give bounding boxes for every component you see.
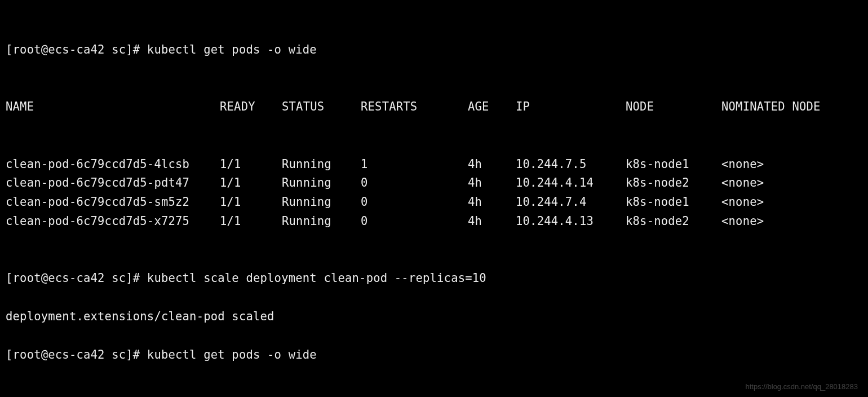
pod-restarts: 1 xyxy=(361,155,468,174)
command-text: kubectl get pods -o wide xyxy=(147,41,317,60)
pod-name: clean-pod-6c79ccd7d5-pdt47 xyxy=(6,174,220,193)
pod-ready: 1/1 xyxy=(220,212,282,231)
pod-ip: 10.244.7.4 xyxy=(516,193,626,212)
pod-age: 4h xyxy=(468,155,516,174)
shell-prompt: [root@ecs-ca42 sc]# xyxy=(6,346,147,365)
pod-status: Running xyxy=(282,174,361,193)
pod-ip: 10.244.4.14 xyxy=(516,174,626,193)
table-row: clean-pod-6c79ccd7d5-pdt471/1Running04h1… xyxy=(6,174,862,193)
watermark: https://blog.csdn.net/qq_28018283 xyxy=(746,381,858,392)
pod-ready: 1/1 xyxy=(220,174,282,193)
pod-ip: 10.244.7.5 xyxy=(516,155,626,174)
pod-ready: 1/1 xyxy=(220,193,282,212)
col-name: NAME xyxy=(6,98,220,117)
pod-nominated-node: <none> xyxy=(721,155,764,174)
pod-name: clean-pod-6c79ccd7d5-x7275 xyxy=(6,212,220,231)
pod-node: k8s-node1 xyxy=(626,155,721,174)
pod-restarts: 0 xyxy=(361,212,468,231)
pod-status: Running xyxy=(282,155,361,174)
col-status: STATUS xyxy=(282,98,361,117)
col-ip: IP xyxy=(516,98,626,117)
shell-prompt: [root@ecs-ca42 sc]# xyxy=(6,269,147,288)
cmd-line-2: [root@ecs-ca42 sc]# kubectl scale deploy… xyxy=(6,269,862,288)
pod-node: k8s-node2 xyxy=(626,174,721,193)
pod-ready: 1/1 xyxy=(220,155,282,174)
cmd-line-1: [root@ecs-ca42 sc]# kubectl get pods -o … xyxy=(6,41,862,60)
pod-age: 4h xyxy=(468,174,516,193)
col-nominated: NOMINATED NODE xyxy=(721,98,821,117)
pod-age: 4h xyxy=(468,212,516,231)
col-age: AGE xyxy=(468,98,516,117)
pod-nominated-node: <none> xyxy=(721,212,764,231)
pod-status: Running xyxy=(282,212,361,231)
shell-prompt: [root@ecs-ca42 sc]# xyxy=(6,41,147,60)
pod-status: Running xyxy=(282,193,361,212)
table-header: NAME READY STATUS RESTARTS AGE IP NODE N… xyxy=(6,98,862,117)
pods-table-1: clean-pod-6c79ccd7d5-4lcsb1/1Running14h1… xyxy=(6,155,862,231)
pod-age: 4h xyxy=(468,193,516,212)
pod-name: clean-pod-6c79ccd7d5-sm5z2 xyxy=(6,193,220,212)
col-restarts: RESTARTS xyxy=(361,98,468,117)
col-node: NODE xyxy=(626,98,721,117)
pod-nominated-node: <none> xyxy=(721,174,764,193)
pod-nominated-node: <none> xyxy=(721,193,764,212)
pod-node: k8s-node1 xyxy=(626,193,721,212)
pod-name: clean-pod-6c79ccd7d5-4lcsb xyxy=(6,155,220,174)
pod-ip: 10.244.4.13 xyxy=(516,212,626,231)
pod-node: k8s-node2 xyxy=(626,212,721,231)
command-text: kubectl scale deployment clean-pod --rep… xyxy=(147,269,486,288)
pod-restarts: 0 xyxy=(361,193,468,212)
table-row: clean-pod-6c79ccd7d5-sm5z21/1Running04h1… xyxy=(6,193,862,212)
pod-restarts: 0 xyxy=(361,174,468,193)
terminal[interactable]: [root@ecs-ca42 sc]# kubectl get pods -o … xyxy=(0,0,868,397)
command-text: kubectl get pods -o wide xyxy=(147,346,317,365)
table-row: clean-pod-6c79ccd7d5-4lcsb1/1Running14h1… xyxy=(6,155,862,174)
cmd2-output: deployment.extensions/clean-pod scaled xyxy=(6,307,862,327)
table-row: clean-pod-6c79ccd7d5-x72751/1Running04h1… xyxy=(6,212,862,231)
cmd-line-3: [root@ecs-ca42 sc]# kubectl get pods -o … xyxy=(6,346,862,365)
col-ready: READY xyxy=(220,98,282,117)
